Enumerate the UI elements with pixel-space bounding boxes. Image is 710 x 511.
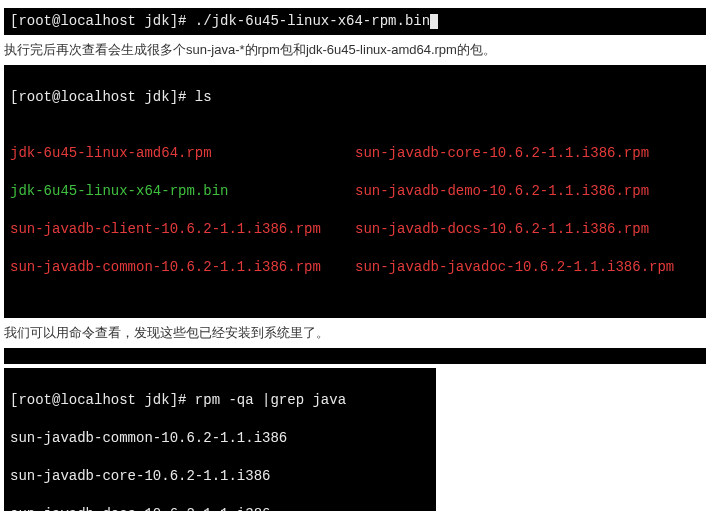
file-rpm: sun-javadb-common-10.6.2-1.1.i386.rpm [10, 258, 355, 277]
command-text: rpm -qa |grep java [195, 392, 346, 408]
prompt: [root@localhost jdk]# [10, 13, 195, 29]
terminal-block-3: [root@localhost jdk]# rpm -qa |grep java… [4, 368, 436, 511]
cursor-icon [430, 14, 438, 29]
command-text: ls [195, 89, 212, 105]
file-bin: jdk-6u45-linux-x64-rpm.bin [10, 182, 355, 201]
file-rpm: jdk-6u45-linux-amd64.rpm [10, 144, 355, 163]
output-line: sun-javadb-core-10.6.2-1.1.i386 [10, 467, 430, 486]
output-line: sun-javadb-docs-10.6.2-1.1.i386 [10, 505, 430, 511]
file-rpm: sun-javadb-javadoc-10.6.2-1.1.i386.rpm [355, 258, 700, 277]
file-rpm: sun-javadb-core-10.6.2-1.1.i386.rpm [355, 144, 700, 163]
terminal-partial-cut [4, 348, 706, 364]
file-rpm: sun-javadb-docs-10.6.2-1.1.i386.rpm [355, 220, 700, 239]
note-text-2: 我们可以用命令查看，发现这些包已经安装到系统里了。 [4, 324, 706, 342]
note-text-1: 执行完后再次查看会生成很多个sun-java-*的rpm包和jdk-6u45-l… [4, 41, 706, 59]
terminal-block-2: [root@localhost jdk]# ls jdk-6u45-linux-… [4, 65, 706, 319]
prompt: [root@localhost jdk]# [10, 89, 195, 105]
file-rpm: sun-javadb-client-10.6.2-1.1.i386.rpm [10, 220, 355, 239]
output-line: sun-javadb-common-10.6.2-1.1.i386 [10, 429, 430, 448]
prompt: [root@localhost jdk]# [10, 392, 195, 408]
command-text: ./jdk-6u45-linux-x64-rpm.bin [195, 13, 430, 29]
file-rpm: sun-javadb-demo-10.6.2-1.1.i386.rpm [355, 182, 700, 201]
terminal-block-1: [root@localhost jdk]# ./jdk-6u45-linux-x… [4, 8, 706, 35]
